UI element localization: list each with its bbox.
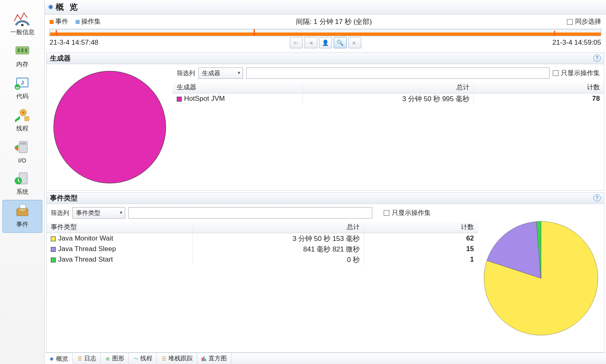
col-count[interactable]: 计数 <box>364 222 478 232</box>
svg-rect-3 <box>21 48 24 52</box>
nav-user-button[interactable]: 👤 <box>319 37 332 48</box>
evt-only-ops-checkbox[interactable]: 只显示操作集 <box>384 209 431 217</box>
system-icon <box>13 170 32 186</box>
svg-rect-21 <box>202 358 203 361</box>
svg-marker-10 <box>15 116 20 122</box>
thread-icon: ⤳ <box>133 356 139 362</box>
timeline[interactable] <box>50 29 601 36</box>
sidebar-item-label: 系统 <box>16 188 28 196</box>
svg-point-0 <box>21 24 24 26</box>
tab-histogram[interactable]: 直方图 <box>197 353 231 364</box>
sidebar-item-threads[interactable]: 线程 <box>2 104 42 136</box>
col-count[interactable]: 计数 <box>474 82 604 93</box>
threads-icon <box>13 107 32 123</box>
gen-only-ops-checkbox[interactable]: 只显示操作集 <box>553 69 600 78</box>
sidebar: 一般信息 内存 J 代码 线程 I/O 系统 事件 <box>0 0 45 364</box>
svg-point-7 <box>15 84 20 90</box>
table-row[interactable]: HotSpot JVM 3 分钟 50 秒 995 毫秒 78 <box>173 93 604 104</box>
svg-rect-13 <box>20 143 26 145</box>
sidebar-item-label: 内存 <box>16 61 28 68</box>
evt-filter-select[interactable]: 事件类型 <box>72 207 125 219</box>
sidebar-item-code[interactable]: J 代码 <box>2 72 42 104</box>
col-event-type[interactable]: 事件类型 <box>47 222 193 232</box>
sidebar-item-label: 一般信息 <box>10 28 35 36</box>
time-end: 21-3-4 14:59:05 <box>552 39 601 47</box>
svg-text:J: J <box>21 80 24 86</box>
sidebar-item-label: 事件 <box>16 221 28 228</box>
svg-rect-2 <box>17 48 20 52</box>
page-title: 概 览 <box>56 2 79 13</box>
generator-pie-chart <box>53 68 167 186</box>
legend-events: 事件 <box>50 17 68 26</box>
interval-label: 间隔: 1 分钟 17 秒 (全部) <box>108 17 560 26</box>
nav-first-button[interactable]: ⇤ <box>290 37 303 48</box>
tab-thread[interactable]: ⤳线程 <box>129 353 157 364</box>
table-row[interactable]: Java Thread Sleep 841 毫秒 821 微秒 15 <box>47 244 478 254</box>
sync-select-checkbox[interactable]: 同步选择 <box>567 17 601 26</box>
help-icon[interactable]: ? <box>593 194 601 202</box>
log-icon: ☰ <box>77 356 83 362</box>
table-row[interactable]: Java Thread Start 0 秒 1 <box>47 254 478 265</box>
nav-zoom-button[interactable]: 🔍 <box>334 37 347 48</box>
histogram-icon <box>201 356 207 362</box>
nav-next-button[interactable]: ► <box>348 37 361 48</box>
code-icon: J <box>13 75 32 91</box>
gen-filter-input[interactable] <box>246 67 550 79</box>
overview-icon: ✺ <box>48 3 53 11</box>
tab-log[interactable]: ☰日志 <box>73 353 101 364</box>
events-icon <box>13 203 32 219</box>
sidebar-item-label: 线程 <box>16 125 28 132</box>
col-total[interactable]: 总计 <box>193 222 364 232</box>
svg-rect-22 <box>203 357 204 361</box>
sidebar-item-label: I/O <box>18 157 26 164</box>
sidebar-item-system[interactable]: 系统 <box>2 168 42 200</box>
event-types-table: 事件类型 总计 计数 Java Monitor Wait 3 分钟 50 秒 1… <box>47 222 478 352</box>
evt-filter-input[interactable] <box>128 207 372 219</box>
event-types-pie-chart <box>482 217 600 339</box>
sidebar-item-memory[interactable]: 内存 <box>2 40 42 72</box>
gen-filter-label: 筛选列 <box>177 69 195 77</box>
generator-panel-header: 生成器 ? <box>47 53 604 64</box>
page-header: ✺ 概 览 <box>45 0 606 15</box>
legend-ops: 操作集 <box>76 17 101 26</box>
sidebar-item-general[interactable]: 一般信息 <box>2 8 42 40</box>
gauge-icon <box>13 11 32 27</box>
svg-rect-11 <box>25 117 29 121</box>
event-types-panel-header: 事件类型 ? <box>47 193 604 204</box>
time-start: 21-3-4 14:57:48 <box>50 39 98 47</box>
svg-rect-4 <box>25 48 27 52</box>
tab-chart[interactable]: ≣图形 <box>101 353 129 364</box>
svg-rect-19 <box>20 204 26 208</box>
bottom-tabs: ✺概览 ☰日志 ≣图形 ⤳线程 ☰堆栈跟踪 直方图 <box>45 353 606 364</box>
col-generator[interactable]: 生成器 <box>173 82 303 93</box>
chart-icon: ≣ <box>105 356 111 362</box>
generator-table: 生成器 总计 计数 HotSpot JVM 3 分钟 50 秒 995 毫秒 7… <box>173 82 604 190</box>
overview-icon: ✺ <box>49 356 54 362</box>
table-row[interactable]: Java Monitor Wait 3 分钟 50 秒 153 毫秒 62 <box>47 233 478 244</box>
svg-point-9 <box>22 111 24 114</box>
nav-prev-button[interactable]: ◄ <box>304 37 317 48</box>
memory-icon <box>13 43 32 59</box>
tab-stack[interactable]: ☰堆栈跟踪 <box>157 353 197 364</box>
tab-overview[interactable]: ✺概览 <box>45 353 73 364</box>
evt-filter-label: 筛选列 <box>51 209 69 217</box>
svg-point-20 <box>54 71 166 183</box>
help-icon[interactable]: ? <box>593 54 601 62</box>
col-total[interactable]: 总计 <box>303 82 474 93</box>
sidebar-item-label: 代码 <box>16 93 28 100</box>
svg-rect-23 <box>205 359 206 361</box>
stack-icon: ☰ <box>161 356 167 362</box>
sidebar-item-io[interactable]: I/O <box>2 136 42 168</box>
gen-filter-select[interactable]: 生成器 <box>198 67 243 79</box>
io-icon <box>13 139 32 155</box>
sidebar-item-events[interactable]: 事件 <box>2 200 42 233</box>
